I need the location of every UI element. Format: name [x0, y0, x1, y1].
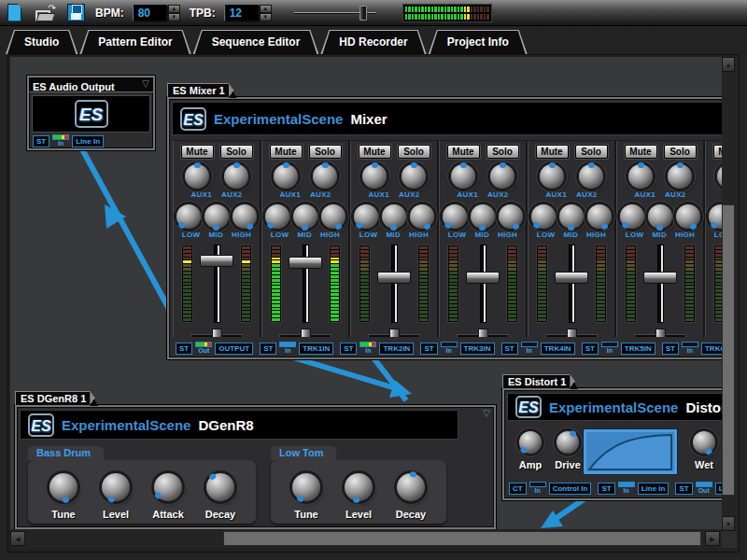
knob-decay[interactable] [206, 473, 234, 501]
knob-mid[interactable] [471, 204, 495, 229]
port-badge[interactable]: Line Out [715, 483, 722, 495]
horizontal-scroll-thumb[interactable] [223, 531, 701, 546]
port-meter-blue[interactable]: In [278, 342, 297, 355]
mute-button[interactable]: Mute [625, 145, 657, 159]
knob-aux1[interactable] [540, 164, 564, 189]
knob-aux1[interactable] [451, 164, 475, 189]
scroll-down-button[interactable]: ▼ [722, 516, 735, 531]
knob-level[interactable] [345, 473, 373, 501]
tab-hd-recorder[interactable]: HD Recorder [320, 30, 426, 54]
master-slider[interactable] [294, 5, 376, 21]
mute-button[interactable]: Mute [270, 145, 303, 159]
tpb-input[interactable]: 12 [225, 5, 259, 21]
knob-aux2[interactable] [313, 164, 337, 189]
knob-high[interactable] [676, 204, 700, 229]
port-meter-rgb[interactable]: In [51, 134, 70, 147]
port-badge[interactable]: Line In [72, 135, 104, 147]
pan-handle[interactable] [389, 329, 400, 337]
solo-button[interactable]: Solo [220, 145, 253, 159]
port-badge[interactable]: TRK1IN [299, 343, 333, 355]
mute-button[interactable]: Mute [359, 145, 391, 159]
port-badge[interactable]: ST [420, 343, 437, 355]
port-badge[interactable]: ST [260, 343, 276, 355]
save-file-icon[interactable] [67, 4, 86, 22]
port-badge[interactable]: TRK4IN [541, 343, 575, 355]
mute-button[interactable]: Mute [447, 145, 480, 159]
fader-slot[interactable] [642, 245, 678, 323]
knob-aux2[interactable] [579, 164, 603, 189]
tab-project-info[interactable]: Project Info [429, 30, 528, 54]
window-audio-output[interactable]: ES Audio Output ▽ ES STInLine In [27, 76, 155, 150]
knob-aux2[interactable] [668, 164, 692, 189]
port-badge[interactable]: ST [176, 343, 192, 355]
port-badge[interactable]: ST [340, 343, 357, 355]
port-badge[interactable]: TRK6IN [701, 343, 722, 355]
knob-attack[interactable] [154, 473, 182, 501]
knob-low[interactable] [265, 204, 289, 229]
bpm-input[interactable]: 80 [134, 5, 167, 21]
fader-handle[interactable] [377, 272, 411, 284]
knob-level[interactable] [102, 473, 130, 501]
window-tab-mixer[interactable]: ES Mixer 1 [167, 83, 229, 97]
knob-tune[interactable] [292, 473, 320, 501]
pan-handle[interactable] [301, 329, 311, 337]
horizontal-scrollbar[interactable]: ◀ ▶ [10, 531, 722, 548]
scroll-up-button[interactable]: ▲ [722, 57, 735, 72]
open-file-icon[interactable]: ↷ [35, 4, 58, 22]
port-badge[interactable]: CT [509, 483, 527, 495]
knob-aux2[interactable] [224, 164, 248, 189]
pan-handle[interactable] [212, 329, 222, 337]
fader-slot[interactable] [199, 245, 234, 323]
fader-slot[interactable] [465, 245, 500, 323]
port-badge[interactable]: ST [675, 483, 692, 495]
knob-tune[interactable] [49, 473, 78, 501]
vertical-scroll-thumb[interactable] [722, 204, 735, 496]
knob-high[interactable] [321, 204, 345, 229]
window-tab-distort[interactable]: ES Distort 1 [502, 374, 570, 388]
knob-aux1[interactable] [628, 164, 653, 189]
vertical-scrollbar[interactable]: ▲ ▼ [722, 57, 737, 531]
collapse-icon[interactable]: ▽ [483, 409, 490, 418]
knob-mid[interactable] [559, 204, 584, 229]
mute-button[interactable]: Mute [713, 145, 723, 159]
window-tab-dgenr8[interactable]: ES DGenR8 1 [15, 391, 90, 405]
knob-decay[interactable] [397, 473, 425, 501]
pan-handle[interactable] [478, 329, 488, 337]
knob-mid[interactable] [293, 204, 317, 229]
knob-low[interactable] [176, 204, 201, 229]
new-file-icon[interactable] [7, 4, 26, 22]
knob-drive[interactable] [557, 431, 579, 454]
knob-high[interactable] [587, 204, 612, 229]
port-badge[interactable]: Control In [549, 483, 592, 495]
mute-button[interactable]: Mute [536, 145, 569, 159]
bpm-spinner[interactable]: ▲▼ [168, 5, 180, 21]
knob-low[interactable] [531, 204, 556, 229]
knob-low[interactable] [354, 204, 378, 229]
knob-mid[interactable] [382, 204, 406, 229]
knob-amp[interactable] [519, 431, 542, 454]
port-badge[interactable]: TRK3IN [460, 343, 495, 355]
fader-slot[interactable] [376, 245, 412, 323]
port-meter-rgb[interactable]: Out [194, 342, 213, 355]
window-mixer[interactable]: ES ExperimentalScene Mixer MuteSoloAUX1A… [167, 97, 722, 359]
port-badge[interactable]: TRK5IN [621, 343, 655, 355]
tab-studio[interactable]: Studio [6, 30, 78, 54]
collapse-icon[interactable]: ▽ [142, 79, 149, 89]
fader-handle[interactable] [555, 272, 588, 284]
window-dgenr8[interactable]: ▽ ES ExperimentalScene DGenR8 Bass DrumT… [15, 405, 496, 529]
mute-button[interactable]: Mute [181, 145, 214, 159]
solo-button[interactable]: Solo [398, 145, 430, 159]
knob-aux2[interactable] [490, 164, 514, 189]
port-badge[interactable]: Line In [638, 483, 669, 495]
fader-handle[interactable] [200, 255, 233, 267]
solo-button[interactable]: Solo [309, 145, 342, 159]
knob-aux1[interactable] [362, 164, 387, 189]
solo-button[interactable]: Solo [664, 145, 697, 159]
knob-low[interactable] [620, 204, 644, 229]
knob-aux1[interactable] [185, 164, 209, 189]
knob-mid[interactable] [648, 204, 672, 229]
port-meter-rgb[interactable]: In [359, 342, 377, 355]
fader-slot[interactable] [554, 245, 589, 323]
fader-handle[interactable] [643, 272, 677, 284]
port-badge[interactable]: ST [33, 135, 49, 147]
